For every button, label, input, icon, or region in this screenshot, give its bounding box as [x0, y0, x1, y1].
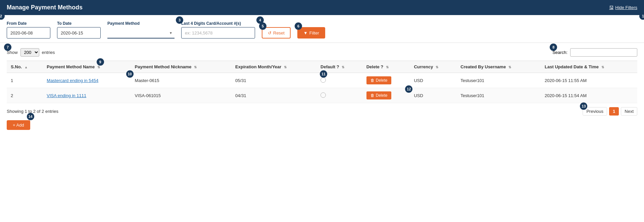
badge-1: 1 — [639, 12, 644, 20]
badge-11: 11 — [320, 70, 327, 78]
cell-delete: 🗑 Delete 12 — [362, 88, 410, 103]
sort-delete-icon[interactable]: ⇅ — [386, 65, 389, 69]
card-digits-input[interactable] — [181, 27, 255, 39]
payment-method-link[interactable]: Mastercard ending in 5454 — [47, 78, 98, 83]
cell-default: 11 — [316, 73, 362, 88]
add-button[interactable]: + Add — [7, 120, 30, 130]
payment-method-group: Payment Method 3 — [107, 21, 175, 39]
cell-default — [316, 88, 362, 103]
cell-name: VISA ending in 1111 — [43, 88, 131, 103]
default-radio[interactable] — [320, 77, 326, 83]
pagination: 13 Previous 1 Next — [583, 107, 637, 116]
filter-button[interactable]: ▼ Filter — [297, 27, 325, 39]
sort-default-icon[interactable]: ⇅ — [342, 65, 344, 69]
add-button-wrapper: + Add 14 — [7, 116, 30, 130]
page-header: Manage Payment Methods 🖫 Hide Filters — [0, 0, 644, 15]
cell-currency: USD — [410, 73, 456, 88]
sort-name-icon[interactable]: ⇅ — [97, 65, 100, 69]
payment-method-link[interactable]: VISA ending in 1111 — [47, 93, 86, 98]
payment-method-select-wrapper — [107, 27, 175, 39]
col-delete: Delete ? ⇅ — [362, 61, 410, 73]
trash-icon: 🗑 — [370, 78, 375, 83]
table-row: 2 VISA ending in 1111 VISA-061015 04/31 … — [7, 88, 637, 103]
badge-14: 14 — [27, 113, 34, 120]
cell-expiration: 05/31 — [231, 73, 316, 88]
col-name: Payment Method Name ⇅ 9 — [43, 61, 131, 73]
filter-btn-group: 6 ▼ Filter — [297, 27, 325, 39]
table-footer: Showing 1 to 2 of 2 entries 13 Previous … — [7, 107, 637, 116]
filter-funnel-icon: ▼ — [303, 30, 308, 35]
data-table: S.No. ▲ Payment Method Name ⇅ 9 Payment … — [7, 61, 637, 103]
table-controls: 7 Show 200 10 25 50 100 entries 8 Search… — [7, 48, 637, 57]
filters-area: 2 1 From Date To Date Payment Method 3 — [0, 15, 644, 43]
col-sno: S.No. ▲ — [7, 61, 43, 73]
cell-nickname: Master-0615 — [131, 73, 232, 88]
cell-last-updated: 2020-06-15 11:55 AM — [541, 73, 637, 88]
sort-sno-icon[interactable]: ▲ — [24, 65, 28, 69]
cell-sno: 1 — [7, 73, 43, 88]
badge-9: 9 — [97, 58, 104, 66]
search-box: 8 Search: — [552, 48, 637, 57]
sort-updated-icon[interactable]: ⇅ — [601, 65, 604, 69]
cell-delete: 🗑 Delete — [362, 73, 410, 88]
badge-5: 5 — [259, 22, 266, 30]
cell-currency: USD — [410, 88, 456, 103]
next-button[interactable]: Next — [621, 107, 637, 116]
reset-group: 5 ↺ Reset — [262, 27, 291, 39]
payment-method-label: Payment Method 3 — [107, 21, 175, 26]
cell-expiration: 04/31 — [231, 88, 316, 103]
col-expiration: Expiration Month/Year ⇅ — [231, 61, 316, 73]
page-wrapper: Manage Payment Methods 🖫 Hide Filters 2 … — [0, 0, 644, 222]
showing-text: Showing 1 to 2 of 2 entries — [7, 109, 58, 114]
cell-name: Mastercard ending in 5454 10 — [43, 73, 131, 88]
cell-sno: 2 — [7, 88, 43, 103]
payment-method-select[interactable] — [107, 27, 175, 39]
default-radio[interactable] — [320, 92, 326, 98]
to-date-label: To Date — [57, 21, 101, 26]
delete-button[interactable]: 🗑 Delete — [366, 76, 392, 84]
delete-button[interactable]: 🗑 Delete — [366, 91, 392, 99]
filters-row: From Date To Date Payment Method 3 — [7, 21, 637, 39]
card-digits-group: Last 4 Digits Card/Account #(s) 4 — [181, 21, 255, 39]
from-date-input[interactable] — [7, 27, 50, 39]
col-currency: Currency ⇅ — [410, 61, 456, 73]
sort-currency-icon[interactable]: ⇅ — [436, 65, 438, 69]
table-row: 1 Mastercard ending in 5454 10 Master-06… — [7, 73, 637, 88]
card-digits-label: Last 4 Digits Card/Account #(s) 4 — [181, 21, 255, 26]
col-created-by: Created By Username ⇅ — [456, 61, 541, 73]
sort-expiration-icon[interactable]: ⇅ — [284, 65, 287, 69]
badge-6: 6 — [295, 22, 302, 30]
table-area: 7 Show 200 10 25 50 100 entries 8 Search… — [0, 43, 644, 135]
from-date-label: From Date — [7, 21, 50, 26]
reset-icon: ↺ — [268, 30, 271, 35]
col-nickname: Payment Method Nickname ⇅ — [131, 61, 232, 73]
hide-filters-button[interactable]: 🖫 Hide Filters — [609, 5, 637, 10]
col-last-updated: Last Updated Date & Time ⇅ — [541, 61, 637, 73]
page-title: Manage Payment Methods — [7, 4, 83, 11]
cell-last-updated: 2020-06-15 11:54 AM — [541, 88, 637, 103]
cell-nickname: VISA-061015 — [131, 88, 232, 103]
filter-icon: 🖫 — [609, 5, 613, 10]
entries-select[interactable]: 200 10 25 50 100 — [20, 48, 39, 57]
current-page[interactable]: 1 — [609, 107, 619, 116]
cell-created-by: Testuser101 — [456, 73, 541, 88]
show-entries: 7 Show 200 10 25 50 100 entries — [7, 48, 55, 57]
table-body: 1 Mastercard ending in 5454 10 Master-06… — [7, 73, 637, 103]
sort-created-icon[interactable]: ⇅ — [508, 65, 511, 69]
reset-button[interactable]: ↺ Reset — [262, 27, 291, 39]
trash-icon: 🗑 — [370, 93, 375, 98]
from-date-group: From Date — [7, 21, 50, 39]
cell-created-by: Testuser101 — [456, 88, 541, 103]
sort-nickname-icon[interactable]: ⇅ — [194, 65, 197, 69]
badge-10: 10 — [126, 70, 134, 78]
to-date-input[interactable] — [57, 27, 101, 39]
to-date-group: To Date — [57, 21, 101, 39]
search-input[interactable] — [570, 48, 637, 57]
badge-7: 7 — [4, 44, 11, 51]
